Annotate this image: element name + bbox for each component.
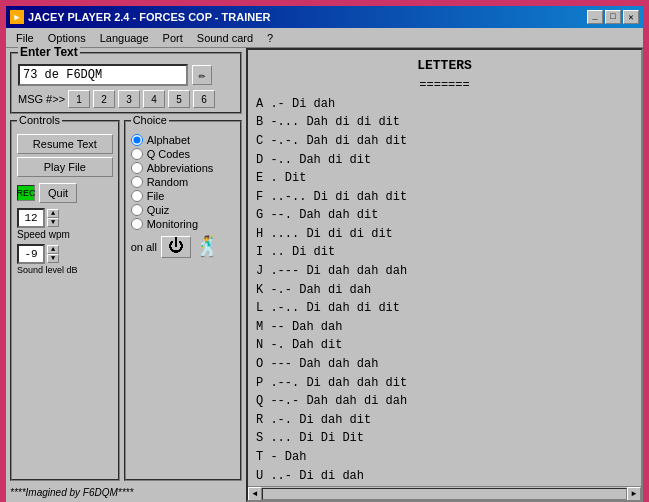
status-indicator: REC: [17, 185, 35, 201]
scroll-right-button[interactable]: ►: [627, 487, 641, 501]
letters-rows: A .- Di dahB -... Dah di di ditC -.-. Da…: [256, 95, 633, 502]
radio-monitoring[interactable]: Monitoring: [131, 218, 235, 230]
play-file-button[interactable]: Play File: [17, 157, 113, 177]
letter-row: M -- Dah dah: [256, 318, 633, 337]
letter-row: N -. Dah dit: [256, 336, 633, 355]
letters-content: LETTERS ======= A .- Di dahB -... Dah di…: [256, 56, 633, 502]
letter-row: I .. Di dit: [256, 243, 633, 262]
sound-label: Sound level dB: [17, 265, 113, 275]
enter-text-label: Enter Text: [18, 45, 80, 59]
radio-alphabet[interactable]: Alphabet: [131, 134, 235, 146]
h-scrollbar[interactable]: ◄ ►: [248, 486, 641, 500]
speed-value: 12: [17, 208, 45, 228]
enter-text-input[interactable]: [18, 64, 188, 86]
menu-bar: File Options Language Port Sound card ?: [6, 28, 643, 48]
close-button[interactable]: ✕: [623, 10, 639, 24]
radio-abbreviations[interactable]: Abbreviations: [131, 162, 235, 174]
letter-row: U ..- Di di dah: [256, 467, 633, 486]
radio-abbreviations-label: Abbreviations: [147, 162, 214, 174]
letter-row: H .... Di di di dit: [256, 225, 633, 244]
power-button[interactable]: ⏻: [161, 236, 191, 258]
letter-row: D -.. Dah di dit: [256, 151, 633, 170]
radio-alphabet-label: Alphabet: [147, 134, 190, 146]
radio-file[interactable]: File: [131, 190, 235, 202]
main-content: Enter Text ✏ MSG #>> 1 2 3 4 5 6: [6, 48, 643, 502]
letters-panel: LETTERS ======= A .- Di dahB -... Dah di…: [246, 48, 643, 502]
radio-quiz-label: Quiz: [147, 204, 170, 216]
title-bar: ▶ JACEY PLAYER 2.4 - FORCES COP - TRAINE…: [6, 6, 643, 28]
letter-row: B -... Dah di di dit: [256, 113, 633, 132]
minimize-button[interactable]: _: [587, 10, 603, 24]
window-title: JACEY PLAYER 2.4 - FORCES COP - TRAINER: [28, 11, 270, 23]
msg-label: MSG #>>: [18, 93, 65, 105]
sound-value: -9: [17, 244, 45, 264]
on-all-label: on all: [131, 241, 157, 253]
choice-label: Choice: [131, 114, 169, 126]
radio-file-label: File: [147, 190, 165, 202]
msg-btn-3[interactable]: 3: [118, 90, 140, 108]
figure-icon[interactable]: 🕺: [195, 234, 220, 259]
letter-row: E . Dit: [256, 169, 633, 188]
letter-row: F ..-.. Di di dah dit: [256, 188, 633, 207]
speed-label: Speed wpm: [17, 229, 113, 240]
speed-up-button[interactable]: ▲: [47, 209, 59, 218]
radio-qcodes-label: Q Codes: [147, 148, 190, 160]
app-icon: ▶: [10, 10, 24, 24]
quit-button[interactable]: Quit: [39, 183, 77, 203]
menu-language[interactable]: Language: [94, 31, 155, 45]
menu-help[interactable]: ?: [261, 31, 279, 45]
letter-row: Q --.- Dah dah di dah: [256, 392, 633, 411]
radio-qcodes[interactable]: Q Codes: [131, 148, 235, 160]
letter-row: K -.- Dah di dah: [256, 281, 633, 300]
letter-row: T - Dah: [256, 448, 633, 467]
letter-row: O --- Dah dah dah: [256, 355, 633, 374]
letter-row: A .- Di dah: [256, 95, 633, 114]
maximize-button[interactable]: □: [605, 10, 621, 24]
h-scroll-track: [262, 488, 627, 500]
left-panel: Enter Text ✏ MSG #>> 1 2 3 4 5 6: [6, 48, 246, 502]
footer-text: ****Imagined by F6DQM****: [10, 487, 242, 498]
menu-port[interactable]: Port: [157, 31, 189, 45]
letter-row: R .-. Di dah dit: [256, 411, 633, 430]
letter-row: S ... Di Di Dit: [256, 429, 633, 448]
radio-quiz[interactable]: Quiz: [131, 204, 235, 216]
radio-random-label: Random: [147, 176, 189, 188]
letter-row: G --. Dah dah dit: [256, 206, 633, 225]
letters-title: LETTERS: [256, 56, 633, 76]
outer-window: ▶ JACEY PLAYER 2.4 - FORCES COP - TRAINE…: [0, 0, 649, 502]
radio-random[interactable]: Random: [131, 176, 235, 188]
title-buttons: _ □ ✕: [587, 10, 639, 24]
sound-up-button[interactable]: ▲: [47, 245, 59, 254]
letter-row: P .--. Di dah dah dit: [256, 374, 633, 393]
radio-monitoring-label: Monitoring: [147, 218, 198, 230]
sound-down-button[interactable]: ▼: [47, 254, 59, 263]
msg-btn-5[interactable]: 5: [168, 90, 190, 108]
scroll-left-button[interactable]: ◄: [248, 487, 262, 501]
letter-row: C -.-. Dah di dah dit: [256, 132, 633, 151]
menu-soundcard[interactable]: Sound card: [191, 31, 259, 45]
menu-file[interactable]: File: [10, 31, 40, 45]
controls-label: Controls: [17, 114, 62, 126]
msg-btn-4[interactable]: 4: [143, 90, 165, 108]
letter-row: L .-.. Di dah di dit: [256, 299, 633, 318]
msg-btn-1[interactable]: 1: [68, 90, 90, 108]
menu-options[interactable]: Options: [42, 31, 92, 45]
speed-down-button[interactable]: ▼: [47, 218, 59, 227]
msg-btn-2[interactable]: 2: [93, 90, 115, 108]
resume-text-button[interactable]: Resume Text: [17, 134, 113, 154]
msg-btn-6[interactable]: 6: [193, 90, 215, 108]
letters-divider: =======: [256, 76, 633, 95]
pencil-icon-button[interactable]: ✏: [192, 65, 212, 85]
letter-row: J .--- Di dah dah dah: [256, 262, 633, 281]
